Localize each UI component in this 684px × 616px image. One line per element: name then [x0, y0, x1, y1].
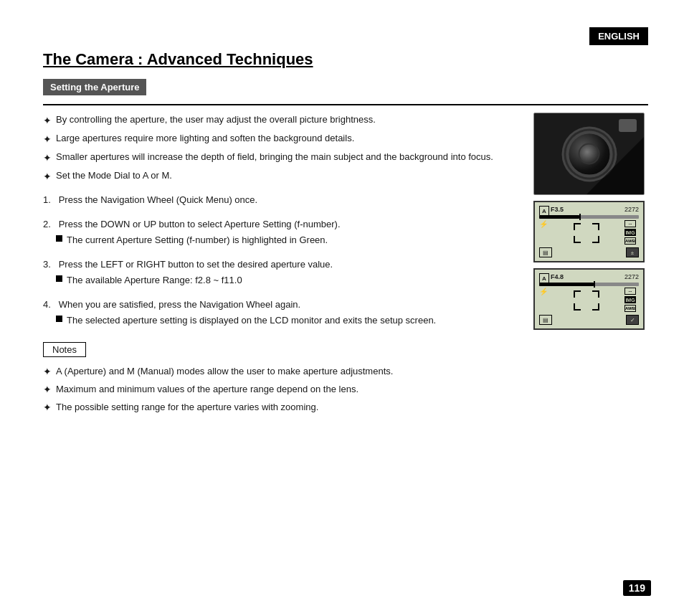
- lcd-icon-awb-1: AWB: [624, 237, 636, 245]
- note-bullet-2: ✦: [43, 382, 52, 397]
- lcd-indicator-2: [594, 281, 595, 288]
- step-1-text: Press the Navigation Wheel (Quick Menu) …: [59, 194, 257, 205]
- step-2-number: 2.: [43, 219, 51, 229]
- intro-bullet-text-4: Set the Mode Dial to A or M.: [56, 169, 172, 183]
- lcd-mode-badge-1: A: [539, 206, 549, 216]
- step-2-sub-text: The current Aperture Setting (f-number) …: [67, 233, 328, 247]
- lcd-icon-img-1: IMG: [624, 229, 636, 236]
- lcd-bar-track-2: [539, 283, 639, 286]
- left-content: ✦ By controlling the aperture, the user …: [43, 113, 519, 418]
- step-4-sub-text: The selected aperture setting is display…: [67, 313, 436, 328]
- camera-top-control: [619, 119, 637, 132]
- camera-image: [533, 113, 645, 195]
- section-divider: [43, 104, 648, 105]
- step-4-sub-bullet: [56, 316, 62, 322]
- step-3-text: Press the LEFT or RIGHT button to set th…: [59, 259, 333, 270]
- step-3-sub-bullet: [56, 275, 62, 282]
- lcd-icon-awb-2: AWB: [624, 305, 636, 312]
- lcd-center-1: [550, 220, 622, 245]
- step-1-number: 1.: [43, 194, 51, 205]
- step-4: 4. When you are satisfied, press the Nav…: [43, 298, 519, 328]
- lcd-aperture-1: F3.5: [551, 206, 564, 213]
- lcd-mode-badge-2: A: [539, 273, 549, 283]
- lcd-indicator-1: [579, 214, 581, 220]
- note-item-3: ✦ The possible setting range for the ape…: [43, 400, 519, 415]
- lcd-flash-1: ⚡: [539, 220, 548, 245]
- lcd-bottom-icon-left-1: ▤: [539, 247, 552, 257]
- step-2: 2. Press the DOWN or UP button to select…: [43, 217, 519, 247]
- intro-bullet-4: ✦ Set the Mode Dial to A or M.: [43, 169, 519, 184]
- step-3: 3. Press the LEFT or RIGHT button to set…: [43, 257, 519, 288]
- lcd-bar-row-1: [539, 215, 639, 219]
- note-bullet-1: ✦: [43, 364, 52, 379]
- content-wrapper: ✦ By controlling the aperture, the user …: [43, 113, 648, 418]
- step-1: 1. Press the Navigation Wheel (Quick Men…: [43, 193, 519, 207]
- bracket-tr-2: [592, 290, 599, 298]
- bullet-icon-3: ✦: [43, 151, 52, 166]
- note-text-3: The possible setting range for the apert…: [56, 400, 318, 414]
- lcd-shots-1: 2272: [624, 206, 639, 213]
- lcd-bar-track-1: [539, 215, 639, 219]
- lcd-top-row-1: F3.5 2272: [539, 206, 639, 213]
- lcd-icon-dots-1: ···: [624, 220, 636, 227]
- lcd-bottom-icon-right-1: ±: [626, 247, 639, 257]
- bullet-icon-1: ✦: [43, 113, 52, 128]
- note-text-1: A (Aperture) and M (Manual) modes allow …: [56, 364, 393, 379]
- camera-shadow: [586, 137, 644, 194]
- lcd-center-2: [550, 288, 622, 313]
- lcd-bottom-icons-1: ▤ ±: [539, 247, 639, 257]
- lcd-bottom-icon-left-2: ▤: [539, 315, 552, 325]
- notes-bullets: ✦ A (Aperture) and M (Manual) modes allo…: [43, 364, 519, 415]
- step-4-text: When you are satisfied, press the Naviga…: [59, 299, 300, 310]
- step-2-sub: The current Aperture Setting (f-number) …: [56, 233, 519, 247]
- note-bullet-3: ✦: [43, 400, 52, 415]
- step-2-text: Press the DOWN or UP button to select Ap…: [59, 219, 341, 229]
- lcd-shots-2: 2272: [624, 273, 639, 280]
- lcd-bar-fill-1: [539, 215, 579, 219]
- step-4-number: 4.: [43, 299, 51, 310]
- note-item-2: ✦ Maximum and minimum values of the aper…: [43, 382, 519, 397]
- page-container: ENGLISH The Camera : Advanced Techniques…: [0, 0, 684, 616]
- lcd-bottom-icons-2: ▤ ✓: [539, 315, 639, 325]
- right-panel: A F3.5 2272 ⚡: [533, 113, 648, 418]
- notes-section: Notes ✦ A (Aperture) and M (Manual) mode…: [43, 342, 519, 415]
- lcd-bar-fill-2: [539, 283, 594, 286]
- section-title: Setting the Aperture: [43, 79, 146, 95]
- intro-bullet-2: ✦ Large apertures require more lighting …: [43, 131, 519, 147]
- step-2-sub-bullet: [56, 235, 62, 242]
- lcd-middle-1: ⚡ ··· IMG AWB: [539, 220, 639, 245]
- steps-list: 1. Press the Navigation Wheel (Quick Men…: [43, 193, 519, 328]
- notes-label: Notes: [52, 344, 77, 355]
- intro-bullet-3: ✦ Smaller apertures will increase the de…: [43, 150, 519, 166]
- bullet-icon-4: ✦: [43, 169, 52, 184]
- intro-bullet-1: ✦ By controlling the aperture, the user …: [43, 113, 519, 128]
- focus-brackets-2: [574, 290, 599, 311]
- intro-bullet-text-3: Smaller apertures will increase the dept…: [56, 150, 493, 164]
- lcd-aperture-2: F4.8: [551, 273, 564, 280]
- step-3-sub: The available Aperture Range: f2.8 ~ f11…: [56, 273, 519, 288]
- bullet-icon-2: ✦: [43, 132, 52, 147]
- lcd-middle-2: ⚡ ··· IMG AWB: [539, 288, 639, 313]
- lcd-flash-2: ⚡: [539, 288, 548, 313]
- lcd-icon-dots-2: ···: [624, 288, 636, 295]
- step-4-sub: The selected aperture setting is display…: [56, 313, 519, 328]
- step-3-sub-text: The available Aperture Range: f2.8 ~ f11…: [67, 273, 242, 288]
- intro-bullet-list: ✦ By controlling the aperture, the user …: [43, 113, 519, 184]
- section-header: Setting the Aperture: [43, 79, 648, 104]
- page-title: The Camera : Advanced Techniques: [43, 50, 648, 69]
- bracket-bl-2: [574, 303, 581, 311]
- lcd-panel-1: A F3.5 2272 ⚡: [533, 201, 645, 262]
- notes-box: Notes: [43, 342, 86, 357]
- lcd-bar-row-2: [539, 283, 639, 286]
- language-badge: ENGLISH: [589, 27, 648, 45]
- lcd-top-row-2: F4.8 2272: [539, 273, 639, 280]
- bracket-bl-1: [574, 236, 581, 243]
- lcd-right-icons-1: ··· IMG AWB: [624, 220, 639, 245]
- focus-brackets-1: [574, 223, 599, 243]
- lcd-bottom-icon-right-2: ✓: [626, 315, 639, 325]
- step-3-number: 3.: [43, 259, 51, 270]
- bracket-tl-2: [574, 290, 581, 298]
- page-number: 119: [623, 580, 651, 596]
- bracket-br-1: [592, 236, 599, 243]
- lcd-icon-img-2: IMG: [624, 296, 636, 303]
